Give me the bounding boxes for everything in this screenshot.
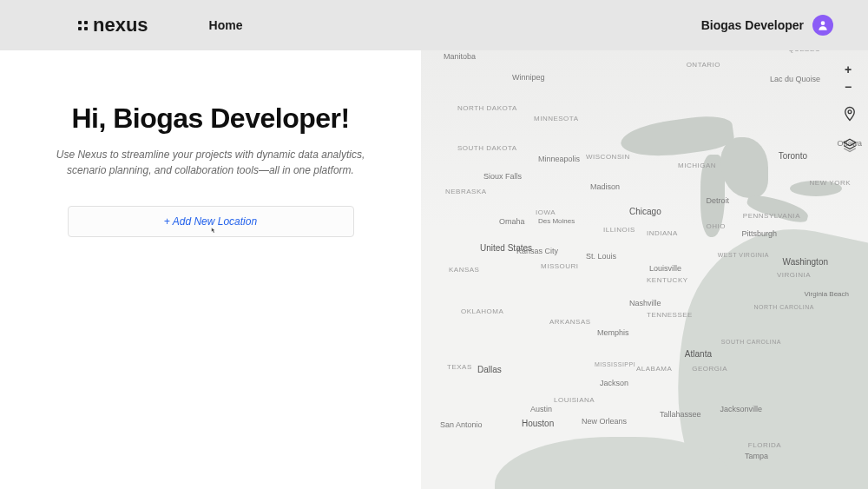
map-label-in: INDIANA bbox=[647, 229, 678, 237]
brand-name: nexus bbox=[93, 14, 148, 36]
map-label-wi: WISCONSIN bbox=[586, 153, 630, 161]
brand-logo[interactable]: nexus bbox=[78, 14, 148, 36]
map-label-tx: TEXAS bbox=[447, 363, 472, 371]
map-label-ok: OKLAHOMA bbox=[461, 307, 503, 315]
svg-point-1 bbox=[848, 110, 852, 114]
map-label-il: ILLINOIS bbox=[603, 226, 635, 234]
map-label-dallas: Dallas bbox=[477, 365, 502, 374]
map-label-omaha: Omaha bbox=[499, 217, 525, 226]
map-label-va: VIRGINIA bbox=[777, 271, 811, 279]
app-header: nexus Home Biogas Developer bbox=[0, 0, 868, 50]
map-label-winnipeg: Winnipeg bbox=[512, 73, 545, 82]
map-label-toronto: Toronto bbox=[779, 151, 807, 161]
map-label-mo: MISSOURI bbox=[541, 262, 579, 270]
add-location-button[interactable]: + Add New Location bbox=[68, 206, 354, 237]
map-label-tampa: Tampa bbox=[745, 452, 768, 460]
svg-point-0 bbox=[821, 21, 825, 25]
map-label-ms: MISSISSIPPI bbox=[595, 361, 635, 367]
map-label-austin: Austin bbox=[530, 405, 552, 413]
map-label-ky: KENTUCKY bbox=[647, 276, 688, 284]
user-icon bbox=[817, 19, 829, 31]
map-label-fl: FLORIDA bbox=[748, 441, 781, 449]
map-label-quebec: QUEBEC bbox=[788, 50, 820, 53]
zoom-in-button[interactable]: + bbox=[838, 61, 858, 78]
user-menu[interactable]: Biogas Developer bbox=[701, 15, 833, 36]
map-label-oh: OHIO bbox=[707, 222, 726, 230]
location-pin-button[interactable] bbox=[840, 104, 859, 123]
welcome-panel: Hi, Biogas Developer! Use Nexus to strea… bbox=[0, 50, 421, 489]
map-label-nc: NORTH CAROLINA bbox=[754, 304, 815, 310]
map-label-minneapolis: Minneapolis bbox=[538, 155, 580, 163]
map-label-kansascity: Kansas City bbox=[516, 247, 558, 255]
zoom-out-button[interactable]: − bbox=[838, 78, 858, 96]
map-label-ar: ARKANSAS bbox=[549, 318, 591, 326]
map-label-manitoba: Manitoba bbox=[444, 52, 476, 61]
map-label-siouxfalls: Sioux Falls bbox=[483, 172, 522, 181]
map-label-jacksonville: Jacksonville bbox=[720, 405, 762, 413]
map-label-washington: Washington bbox=[783, 257, 828, 267]
map-pin-icon bbox=[842, 106, 858, 122]
map-label-tallahassee: Tallahassee bbox=[660, 410, 701, 419]
map-label-atlanta: Atlanta bbox=[685, 349, 712, 359]
map-label-la: LOUISIANA bbox=[554, 396, 595, 404]
greeting-heading: Hi, Biogas Developer! bbox=[35, 102, 386, 135]
map-label-stlouis: St. Louis bbox=[586, 252, 616, 261]
map-label-lacduquoise: Lac du Quoise bbox=[770, 75, 820, 83]
map-label-ga: GEORGIA bbox=[692, 365, 727, 373]
layers-button[interactable] bbox=[840, 135, 859, 155]
logo-dots-icon bbox=[78, 21, 88, 30]
map-label-neworleans: New Orleans bbox=[582, 417, 627, 426]
cursor-pointer-icon bbox=[207, 226, 220, 238]
map-label-tn: TENNESSEE bbox=[647, 311, 693, 319]
map-label-ny: NEW YORK bbox=[810, 179, 851, 187]
map-label-houston: Houston bbox=[522, 419, 554, 428]
map-label-ne: NEBRASKA bbox=[445, 188, 487, 195]
map-panel[interactable]: United States Manitoba ONTARIO QUEBEC Wi… bbox=[421, 50, 868, 489]
map-label-sc: SOUTH CAROLINA bbox=[721, 339, 781, 345]
user-display-name: Biogas Developer bbox=[701, 18, 804, 32]
map-tools bbox=[840, 104, 859, 155]
welcome-subtitle: Use Nexus to streamline your projects wi… bbox=[46, 147, 376, 178]
nav-home[interactable]: Home bbox=[209, 18, 243, 32]
map-label-desmoines: Des Moines bbox=[538, 217, 575, 225]
map-label-nashville: Nashville bbox=[629, 299, 661, 307]
map-label-pa: PENNSYLVANIA bbox=[743, 212, 800, 220]
map-label-ks: KANSAS bbox=[449, 266, 479, 274]
map-label-chicago: Chicago bbox=[629, 207, 661, 216]
map-label-ontario: ONTARIO bbox=[687, 61, 720, 69]
map-label-sanantonio: San Antonio bbox=[440, 420, 483, 429]
map-label-nd: NORTH DAKOTA bbox=[457, 104, 517, 112]
map-label-madison: Madison bbox=[590, 182, 620, 191]
map-zoom-controls: + − bbox=[838, 61, 858, 96]
map-label-mi: MICHIGAN bbox=[678, 162, 716, 169]
map-label-al: ALABAMA bbox=[636, 365, 672, 373]
avatar bbox=[812, 15, 833, 36]
map-label-louisville: Louisville bbox=[649, 264, 681, 273]
map-label-wv: WEST VIRGINIA bbox=[718, 252, 769, 258]
layers-icon bbox=[842, 137, 858, 153]
map-label-ia: IOWA bbox=[536, 208, 556, 216]
map-label-mn: MINNESOTA bbox=[534, 115, 578, 122]
map-label-memphis: Memphis bbox=[597, 328, 629, 337]
map-label-detroit: Detroit bbox=[706, 196, 729, 205]
map-label-sd: SOUTH DAKOTA bbox=[457, 144, 517, 152]
map-label-pittsburgh: Pittsburgh bbox=[741, 229, 777, 238]
map-label-jackson: Jackson bbox=[600, 379, 628, 387]
main-content: Hi, Biogas Developer! Use Nexus to strea… bbox=[0, 50, 868, 489]
map-label-virginiabeach: Virginia Beach bbox=[805, 290, 849, 298]
